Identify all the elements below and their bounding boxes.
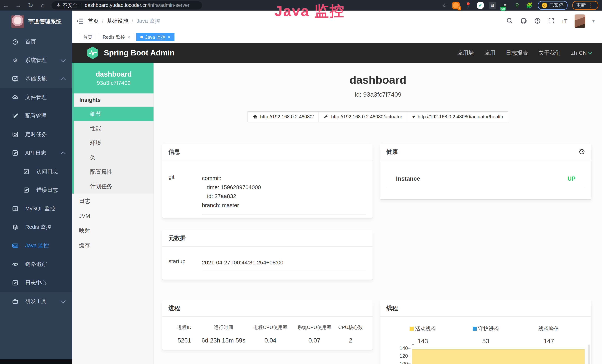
endpoint-wrench-icon	[324, 114, 329, 119]
search-icon[interactable]	[506, 17, 513, 25]
url-path[interactable]: /infra/admin-server	[148, 2, 190, 8]
grid-extension-icon[interactable]: ▦	[489, 2, 496, 9]
back-icon[interactable]: ←	[0, 0, 12, 11]
sidebar-item-infra[interactable]: 基础设施	[0, 70, 72, 88]
sidebar-item-devtools[interactable]: 研发工具	[0, 292, 72, 310]
sidebar-item-java[interactable]: Java 监控	[0, 236, 72, 255]
forward-icon[interactable]: →	[12, 0, 24, 11]
on-extension-icon[interactable]: ≡ on	[501, 2, 509, 9]
sba-nav-journal[interactable]: 日志报表	[506, 49, 528, 57]
sidebar-item-system[interactable]: ⚙ 系统管理	[0, 51, 72, 70]
insight-item-details[interactable]: 细节	[74, 107, 153, 121]
threads-card: 线程 活动线程 143 守护进程	[380, 300, 591, 364]
pin-extension-icon[interactable]: 📍	[464, 2, 472, 9]
update-button[interactable]: 更新 ⋮	[572, 1, 598, 10]
sba-nav-wallboard[interactable]: 应用墙	[457, 49, 474, 57]
sidebar-item-mysql[interactable]: MySQL 监控	[0, 199, 72, 218]
reload-icon[interactable]: ↻	[24, 0, 37, 11]
close-icon[interactable]: ×	[127, 34, 130, 40]
endpoint-home-button[interactable]: http://192.168.0.2:48080/	[247, 111, 319, 122]
close-icon[interactable]: ×	[168, 34, 170, 40]
cloud-upload-icon	[11, 94, 19, 100]
fullscreen-icon[interactable]	[548, 17, 555, 25]
infra-submenu: 文件管理 配置管理 定时任务 API 日志	[0, 88, 72, 292]
puzzle-extension-icon[interactable]: 🧩	[526, 2, 533, 9]
insight-item-classes[interactable]: 类	[74, 150, 153, 165]
screen: ← → ↻ ⌂ ⚠ 不安全 | dashboard.yudao.iocoder.…	[0, 0, 602, 364]
instance-header[interactable]: dashboard 93a3fc7f7409	[72, 63, 153, 94]
process-col-value: 6d 23h 15m 59s	[199, 337, 248, 344]
sba-header: Spring Boot Admin 应用墙 应用 日志报表 关于我们 zh-CN	[72, 43, 602, 63]
main-content: dashboard Id: 93a3fc7f7409 http://192.16…	[154, 63, 602, 364]
sba-language-select[interactable]: zh-CN	[571, 50, 592, 56]
insights-label[interactable]: Insights	[74, 94, 153, 107]
avatar-caret-icon[interactable]: ▾	[592, 19, 595, 24]
tab-redis[interactable]: Redis 监控 ×	[99, 33, 134, 41]
sidebar-item-access-log[interactable]: 访问日志	[0, 162, 72, 181]
endpoint-actuator-button[interactable]: http://192.168.0.2:48080/actuator	[319, 111, 407, 122]
address-divider: |	[80, 2, 82, 8]
metadata-card-title: 元数据	[162, 230, 373, 247]
health-instance-row: Instance UP	[386, 175, 585, 187]
fox-extension-badge: 1	[458, 6, 461, 10]
more-menu-icon[interactable]: ⋮	[588, 2, 594, 9]
app-logo-row[interactable]: 芋道管理系统	[0, 11, 72, 32]
insight-item-env[interactable]: 环境	[74, 136, 153, 150]
paused-button[interactable]: ☺ 已暂停	[538, 1, 568, 10]
sidebar-item-mappings[interactable]: 映射	[72, 223, 153, 238]
app-title: 芋道管理系统	[28, 18, 62, 25]
annotation-text: Java 监控	[274, 1, 345, 21]
sidebar-item-api-log[interactable]: API 日志	[0, 144, 72, 162]
insight-item-scheduled[interactable]: 计划任务	[74, 179, 153, 193]
endpoint-health-button[interactable]: ♥ http://192.168.0.2:48080/actuator/heal…	[407, 111, 508, 122]
page-title: dashboard	[154, 74, 602, 86]
breadcrumb-infra[interactable]: 基础设施	[107, 17, 128, 25]
help-icon[interactable]	[534, 17, 541, 25]
app-sidebar: 芋道管理系统 首页 ⚙ 系统管理 基础设施 文件管理	[0, 11, 72, 364]
chevron-up-icon	[61, 77, 66, 82]
card-scrollbar[interactable]	[588, 344, 590, 364]
sidebar-item-caches[interactable]: 缓存	[72, 238, 153, 253]
leaf-extension-icon[interactable]: ⚲	[513, 2, 521, 9]
process-table: 进程ID 5261 运行时间 6d 23h 15m 59s 进程CPU使用率 0…	[162, 324, 373, 344]
breadcrumb-home[interactable]: 首页	[88, 17, 99, 25]
instance-sidebar: dashboard 93a3fc7f7409 Insights 细节 性能 环境…	[72, 63, 154, 364]
metadata-startup-label: startup	[169, 258, 202, 271]
info-card: 信息 git commit: time: 1596289704000 id: 2…	[162, 144, 373, 218]
desktop-icon	[11, 243, 19, 249]
history-icon[interactable]	[579, 148, 585, 156]
sidebar-item-logfile[interactable]: 日志	[72, 193, 153, 208]
sba-nav-applications[interactable]: 应用	[484, 49, 495, 57]
fox-extension-icon[interactable]: 1	[452, 2, 460, 9]
address-bar[interactable]: ⚠ 不安全 | dashboard.yudao.iocoder.cn/infra…	[52, 1, 202, 10]
insight-item-metrics[interactable]: 性能	[74, 121, 153, 136]
sidebar-item-log-center[interactable]: 日志中心	[0, 274, 72, 292]
sba-title[interactable]: Spring Boot Admin	[104, 48, 174, 57]
bookmark-star-icon[interactable]: ☆	[442, 2, 447, 9]
url-host[interactable]: dashboard.yudao.iocoder.cn	[85, 2, 148, 8]
check-extension-icon[interactable]: ✔	[477, 2, 484, 9]
process-col-value: 2	[336, 337, 365, 344]
insight-item-configprops[interactable]: 配置属性	[74, 165, 153, 179]
tab-home[interactable]: 首页	[79, 33, 97, 41]
sidebar-item-home[interactable]: 首页	[0, 32, 72, 51]
github-icon[interactable]	[520, 17, 527, 25]
hamburger-icon[interactable]	[72, 18, 88, 24]
avatar[interactable]	[575, 14, 585, 28]
tab-java[interactable]: Java 监控 ×	[136, 33, 174, 41]
sidebar-item-job[interactable]: 定时任务	[0, 125, 72, 144]
sidebar-item-config[interactable]: 配置管理	[0, 107, 72, 125]
font-size-icon[interactable]: тT	[562, 18, 568, 24]
sidebar-item-jvm[interactable]: JVM	[72, 208, 153, 223]
sidebar-item-file[interactable]: 文件管理	[0, 88, 72, 107]
edit-square-icon	[11, 150, 19, 156]
eye-icon	[11, 261, 19, 268]
sidebar-item-redis[interactable]: Redis 监控	[0, 218, 72, 236]
sidebar-item-error-log[interactable]: 错误日志	[0, 181, 72, 199]
security-label[interactable]: 不安全	[63, 2, 77, 9]
sidebar-item-trace[interactable]: 链路追踪	[0, 255, 72, 274]
sba-nav-about[interactable]: 关于我们	[538, 49, 561, 57]
home-icon[interactable]: ⌂	[37, 0, 49, 11]
content-row: dashboard 93a3fc7f7409 Insights 细节 性能 环境…	[72, 63, 602, 364]
page-instance-id: Id: 93a3fc7f7409	[154, 91, 602, 98]
